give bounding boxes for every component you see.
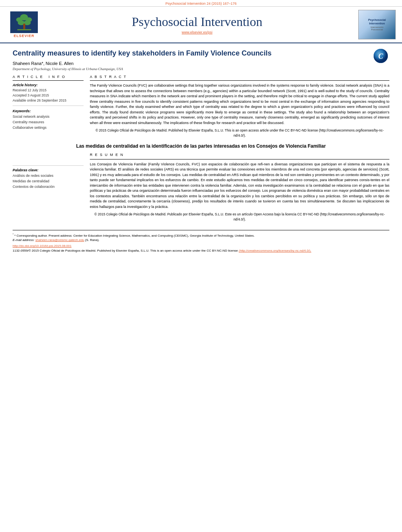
keyword-2: Centrality measures [13, 119, 84, 125]
article-columns: A R T I C L E I N F O Article history: R… [13, 75, 389, 138]
palabra-2: Medidas de centralidad [13, 178, 84, 184]
cover-image-section: PsychosocialIntervention IntervenciónPsi… [352, 10, 396, 39]
journal-header: ELSEVIER Psychosocial Intervention www.e… [0, 7, 402, 43]
journal-reference: Psychosocial Intervention 24 (2015) 167–… [0, 0, 402, 7]
divider [13, 80, 84, 81]
spanish-copyright-text: © 2015 Colegio Oficial de Psicólogos de … [95, 212, 385, 221]
affiliation-text: Department of Psychology, University of … [13, 67, 389, 71]
thin-divider-1 [13, 106, 84, 106]
author-email[interactable]: shaheen.rana@ceismc.gatech.edu [35, 238, 84, 242]
authors-line: Shaheen Rana*, Nicole E. Allen [13, 61, 389, 66]
journal-title: Psychosocial Intervention [42, 15, 352, 29]
abstract-license-link[interactable]: http://creativecommons.org/licenses/by-n… [233, 128, 383, 137]
accepted-date: Accepted 3 August 2015 [13, 93, 84, 98]
svg-rect-7 [17, 29, 31, 30]
email-label: E-mail address: [13, 238, 35, 242]
resumen-label: R E S U M E N [90, 153, 389, 157]
abstract-section-label: A B S T R A C T [90, 75, 389, 79]
right-column: A B S T R A C T The Family Violence Coun… [90, 75, 389, 138]
spanish-columns: Palabras clave: Análisis de redes social… [13, 151, 389, 222]
email-note: E-mail address: shaheen.rana@ceismc.gate… [13, 238, 389, 243]
svg-rect-6 [23, 24, 25, 30]
resumen-divider [90, 159, 389, 159]
spanish-left-column: Palabras clave: Análisis de redes social… [13, 151, 84, 222]
article-history-label: Article history: [13, 83, 84, 87]
footer-license-text: 1132-0559/© 2015 Colegio Oficial de Psic… [13, 248, 389, 253]
spanish-divider [13, 165, 84, 166]
star-footnote: * [13, 233, 13, 235]
footer-license-link[interactable]: (http://creativecommons.org/licenses/by-… [239, 249, 311, 252]
journal-url[interactable]: www.elsevier.es/psi [42, 30, 352, 34]
elsevier-logo-section: ELSEVIER [6, 11, 42, 38]
elsevier-brand-name: ELSEVIER [14, 34, 35, 38]
palabra-3: Contextos de colaboración [13, 184, 84, 189]
keyword-1: Social network analysis [13, 114, 84, 119]
article-title: Centrality measures to identify key stak… [13, 49, 368, 58]
article-info-section-label: A R T I C L E I N F O [13, 75, 84, 79]
abstract-copyright: © 2015 Colegio Oficial de Psicólogos de … [90, 128, 389, 138]
received-date: Received 12 July 2015 [13, 88, 84, 93]
spanish-license-link[interactable]: http://creativecommons.org/licenses/by-n… [233, 212, 385, 221]
journal-title-section: Psychosocial Intervention www.elsevier.e… [42, 15, 352, 34]
spanish-title: Las medidas de centralidad en la identif… [13, 143, 389, 150]
keywords-label: Keywords: [13, 109, 84, 113]
main-content: Centrality measures to identify key stak… [0, 43, 402, 226]
svg-text:C: C [378, 52, 383, 60]
spanish-copyright: © 2015 Colegio Oficial de Psicólogos de … [90, 212, 389, 222]
crossmark-icon: C [374, 49, 388, 63]
elsevier-tree-logo [10, 11, 38, 33]
resumen-body: Los Consejos de Violencia Familiar (Fami… [90, 162, 389, 210]
abstract-divider [90, 80, 389, 81]
available-date: Available online 26 September 2015 [13, 98, 84, 103]
corresponding-author-note: * * Corresponding author. Present addres… [13, 233, 389, 238]
copyright-text-abstract: © 2015 Colegio Oficial de Psicólogos de … [96, 128, 384, 137]
footer-section: * * Corresponding author. Present addres… [13, 230, 389, 254]
doi-link[interactable]: http://dx.doi.org/10.1016/j.psi.2015.08.… [13, 244, 389, 248]
journal-cover-image: PsychosocialIntervention IntervenciónPsi… [358, 10, 396, 39]
keyword-3: Collaborative settings [13, 125, 84, 130]
left-column: A R T I C L E I N F O Article history: R… [13, 75, 84, 138]
palabras-label: Palabras clave: [13, 168, 84, 172]
abstract-body: The Family Violence Councils (FVC) are c… [90, 83, 389, 126]
crossmark-badge[interactable]: C [374, 49, 389, 65]
palabra-1: Análisis de redes sociales [13, 173, 84, 178]
spanish-right-column: R E S U M E N Los Consejos de Violencia … [90, 151, 389, 222]
